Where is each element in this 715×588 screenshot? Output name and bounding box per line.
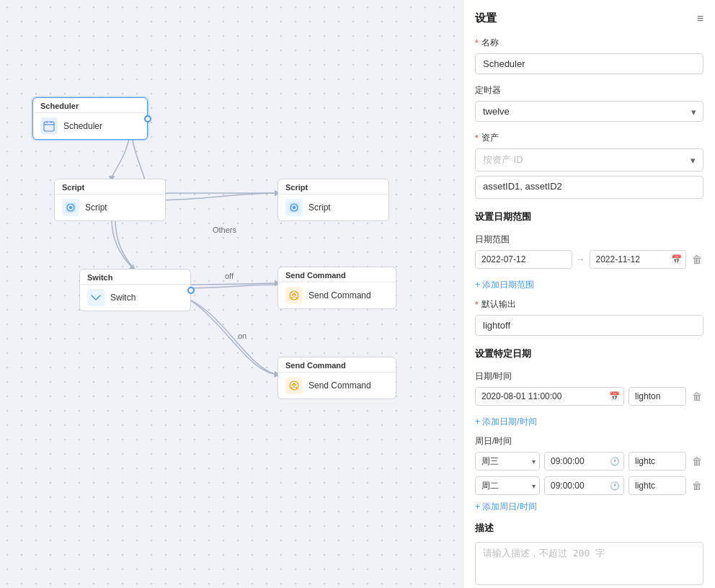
scheduler-icon <box>40 117 58 135</box>
time-input-1[interactable] <box>544 476 624 495</box>
node-scheduler[interactable]: Scheduler Scheduler <box>32 97 148 140</box>
node-script1[interactable]: Script Script <box>54 179 166 221</box>
node-script1-label: Script <box>85 202 107 213</box>
add-date-range-link[interactable]: + 添加日期范围 <box>475 279 703 291</box>
node-scheduler-title: Scheduler <box>33 98 147 113</box>
delete-week-row-0[interactable]: 🗑 <box>690 454 703 468</box>
node-scheduler-label: Scheduler <box>63 121 102 131</box>
sendcmd1-icon <box>285 287 303 304</box>
datetime-input[interactable] <box>475 387 624 406</box>
node-switch-title: Switch <box>80 270 190 285</box>
week-select-wrapper-1: 周二 ▾ <box>475 476 540 495</box>
datetime-label-row: 日期/时间 📅 🗑 <box>475 370 703 406</box>
week-select-0[interactable]: 周三 <box>475 452 540 471</box>
edge-label-others: Others <box>213 226 236 234</box>
edge-label-on: on <box>238 331 247 340</box>
node-sendcmd2-title: Send Command <box>278 357 396 373</box>
time-input-wrapper-0: 🕐 <box>544 452 624 471</box>
node-script1-title: Script <box>55 179 165 195</box>
add-weektime-link[interactable]: + 添加周日/时间 <box>475 501 703 513</box>
desc-section-header: 描述 <box>475 522 703 538</box>
name-label: * 名称 <box>475 37 703 49</box>
svg-point-14 <box>291 387 293 388</box>
sendcmd2-icon <box>285 377 303 394</box>
node-sendcmd1-label: Send Command <box>308 290 371 300</box>
svg-rect-0 <box>44 122 54 131</box>
date-start-input[interactable] <box>475 250 572 269</box>
asset-select-box[interactable]: 按资产 ID ▾ <box>475 148 703 172</box>
node-script2-label: Script <box>308 202 331 213</box>
date-end-wrapper: 📅 <box>590 250 687 269</box>
node-sendcmd2[interactable]: Send Command Send Command <box>277 357 396 399</box>
add-datetime-link[interactable]: + 添加日期/时间 <box>475 416 703 428</box>
asset-row: * 资产 按资产 ID ▾ assetID1, assetID2 <box>475 132 703 199</box>
node-switch[interactable]: Switch Switch <box>79 269 191 311</box>
date-range-arrow: → <box>577 254 585 264</box>
time-input-wrapper-1: 🕐 <box>544 476 624 495</box>
node-sendcmd1-title: Send Command <box>278 267 396 282</box>
node-sendcmd1[interactable]: Send Command Send Command <box>277 267 396 309</box>
settings-panel: 设置 ≡ * 名称 定时器 twelve ▾ * 资产 按资产 ID ▾ ass… <box>463 0 715 588</box>
name-row: * 名称 <box>475 37 703 74</box>
default-output-row: * 默认输出 <box>475 298 703 336</box>
date-range-row: → 📅 🗑 <box>475 250 703 269</box>
date-start-wrapper <box>475 250 572 269</box>
script2-icon <box>285 199 303 216</box>
datetime-label: 日期/时间 <box>475 370 703 383</box>
svg-point-15 <box>296 387 297 388</box>
panel-header: 设置 ≡ <box>475 12 703 25</box>
node-script2-title: Script <box>278 179 388 195</box>
datetime-output-input[interactable] <box>629 387 686 406</box>
week-output-1[interactable] <box>629 476 686 495</box>
weektime-row-0: 周三 ▾ 🕐 🗑 <box>475 452 703 471</box>
scheduler-out-connector[interactable] <box>144 115 151 122</box>
specific-date-section-header: 设置特定日期 <box>475 347 703 363</box>
node-switch-label: Switch <box>110 293 136 303</box>
asset-tags: assetID1, assetID2 <box>475 176 703 199</box>
delete-datetime-button[interactable]: 🗑 <box>690 389 703 404</box>
script1-icon <box>62 199 79 216</box>
panel-menu-icon[interactable]: ≡ <box>697 12 703 25</box>
delete-week-row-1[interactable]: 🗑 <box>690 478 703 493</box>
week-output-0[interactable] <box>629 452 686 471</box>
svg-point-12 <box>296 297 297 298</box>
timer-select[interactable]: twelve <box>475 101 703 122</box>
default-output-input[interactable] <box>475 315 703 336</box>
date-range-section-header: 设置日期范围 <box>475 210 703 226</box>
delete-date-range-button[interactable]: 🗑 <box>690 252 703 267</box>
weektime-row-1: 周二 ▾ 🕐 🗑 <box>475 476 703 495</box>
date-range-label: 日期范围 <box>475 233 703 246</box>
svg-point-11 <box>291 297 293 298</box>
weektime-label: 周日/时间 <box>475 435 703 447</box>
name-input[interactable] <box>475 53 703 74</box>
timer-row: 定时器 twelve ▾ <box>475 84 703 122</box>
node-script2[interactable]: Script Script <box>277 179 389 221</box>
panel-title: 设置 <box>475 12 497 25</box>
asset-label: * 资产 <box>475 132 703 144</box>
week-select-1[interactable]: 周二 <box>475 476 540 495</box>
datetime-input-wrapper: 📅 <box>475 387 624 406</box>
switch-out-connector[interactable] <box>187 287 195 294</box>
week-select-wrapper-0: 周三 ▾ <box>475 452 540 471</box>
edge-label-off: off <box>225 272 234 280</box>
datetime-row: 📅 🗑 <box>475 387 703 406</box>
svg-point-6 <box>69 206 72 209</box>
timer-label: 定时器 <box>475 84 703 97</box>
svg-point-9 <box>293 206 296 209</box>
node-sendcmd2-label: Send Command <box>308 380 371 391</box>
date-range-label-row: 日期范围 → 📅 🗑 <box>475 233 703 269</box>
asset-dropdown-arrow: ▾ <box>690 155 696 166</box>
date-end-input[interactable] <box>590 250 687 269</box>
timer-select-wrapper: twelve ▾ <box>475 101 703 122</box>
desc-textarea[interactable] <box>475 542 703 585</box>
switch-icon <box>87 289 105 306</box>
canvas-area[interactable]: Others off on Scheduler Scheduler Script <box>0 0 463 588</box>
time-input-0[interactable] <box>544 452 624 471</box>
default-output-label: * 默认输出 <box>475 298 703 311</box>
